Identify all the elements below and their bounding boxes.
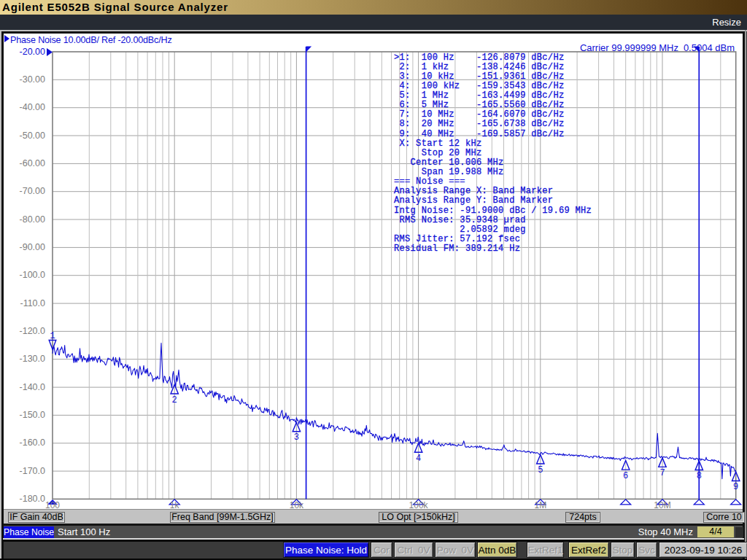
svg-text:7: 7 [659,468,665,478]
svg-text:5: 5 [538,465,543,475]
svg-text:1: 1 [50,331,55,341]
svg-text:9: 9 [733,482,738,492]
svg-text:3: 3 [294,432,299,443]
svg-text:2: 2 [172,395,177,405]
svg-text:6: 6 [623,471,628,481]
svg-text:4: 4 [416,454,421,464]
svg-text:8: 8 [697,471,702,481]
